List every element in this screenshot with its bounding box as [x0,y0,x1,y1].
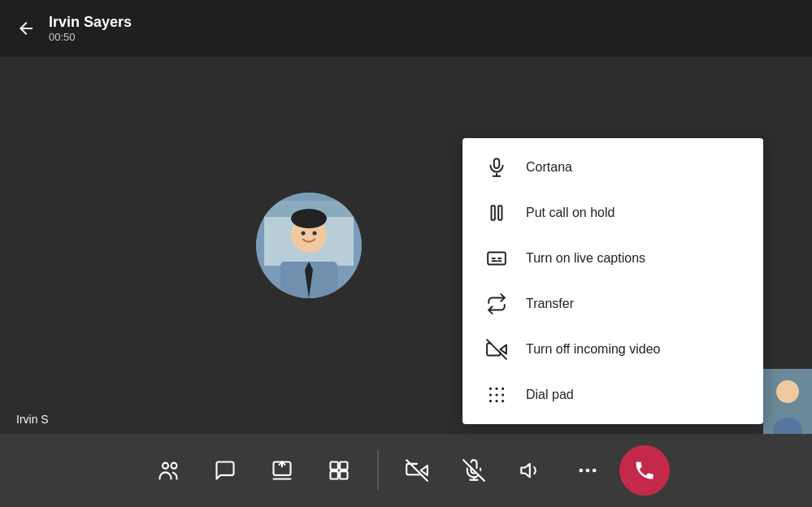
menu-item-dialpad[interactable]: Dial pad [462,372,763,418]
cortana-label: Cortana [526,160,572,175]
video-off-label: Turn off incoming video [526,342,660,357]
mic-button[interactable] [449,445,499,496]
svg-point-19 [489,388,492,390]
call-toolbar [0,434,812,507]
svg-point-42 [585,469,589,473]
svg-point-22 [489,393,492,396]
svg-point-10 [776,380,799,403]
participant-label: Irvin S [16,413,49,426]
context-menu: Cortana Put call on hold Turn on live ca… [462,138,763,424]
svg-point-6 [301,232,305,236]
people-button[interactable] [143,445,193,496]
menu-item-hold[interactable]: Put call on hold [462,190,763,236]
svg-point-8 [291,209,327,228]
thumbnail-video [763,369,812,434]
more-button[interactable] [562,445,613,496]
menu-item-video-off[interactable]: Turn off incoming video [462,327,763,372]
svg-point-20 [495,388,497,390]
chat-button[interactable] [200,445,250,496]
svg-point-27 [502,400,504,402]
video-button[interactable] [392,445,442,496]
svg-rect-17 [488,252,506,264]
svg-point-26 [495,400,497,402]
svg-point-43 [592,469,596,473]
hold-icon [485,202,508,224]
svg-rect-33 [340,462,347,470]
svg-marker-40 [521,464,530,477]
call-duration: 00:50 [49,31,132,43]
hold-label: Put call on hold [526,206,614,220]
call-header: Irvin Sayers 00:50 [0,0,812,57]
svg-rect-32 [330,462,337,470]
svg-rect-16 [498,206,502,219]
end-call-button[interactable] [619,445,670,496]
toolbar-right-group [392,445,670,496]
menu-item-captions[interactable]: Turn on live captions [462,236,763,281]
svg-point-28 [163,463,168,469]
video-off-icon [485,338,508,361]
svg-rect-15 [492,206,495,219]
dialpad-icon [485,384,508,406]
svg-point-21 [502,388,504,390]
avatar-container [256,193,362,298]
captions-label: Turn on live captions [526,251,645,266]
microphone-icon [485,156,508,179]
svg-point-25 [489,400,492,402]
svg-point-29 [171,463,176,469]
cc-icon [485,247,508,270]
toolbar-divider [377,450,379,491]
svg-rect-12 [494,158,500,168]
svg-point-7 [312,232,316,236]
svg-point-41 [579,469,583,473]
menu-item-transfer[interactable]: Transfer [462,281,763,327]
back-button[interactable] [16,19,36,38]
svg-rect-34 [330,471,337,479]
main-video-area: Irvin S Cortana [0,57,812,434]
speaker-button[interactable] [506,445,556,496]
menu-item-cortana[interactable]: Cortana [462,145,763,190]
svg-point-24 [502,393,504,396]
transfer-label: Transfer [526,297,574,311]
share-button[interactable] [257,445,307,496]
caller-name: Irvin Sayers [49,14,132,31]
toolbar-left-group [143,445,364,496]
grid-button[interactable] [314,445,364,496]
svg-rect-35 [340,471,347,479]
dialpad-label: Dial pad [526,388,574,402]
caller-info: Irvin Sayers 00:50 [49,14,132,43]
svg-point-23 [495,393,497,396]
avatar [256,193,362,298]
transfer-icon [485,292,508,315]
